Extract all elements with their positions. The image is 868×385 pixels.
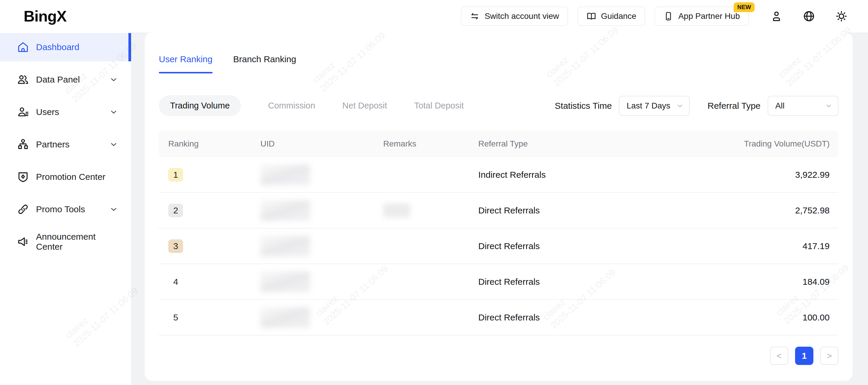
sidebar-item-label: Promo Tools bbox=[36, 204, 109, 214]
sidebar: Dashboard Data Panel Use bbox=[0, 32, 131, 385]
sidebar-item-dashboard[interactable]: Dashboard bbox=[0, 33, 131, 61]
referral-type-cell: Direct Referrals bbox=[469, 313, 684, 322]
chevron-down-icon bbox=[109, 108, 118, 116]
tab-label: User Ranking bbox=[159, 54, 213, 64]
pill-trading-volume[interactable]: Trading Volume bbox=[159, 95, 241, 116]
rank-number: 5 bbox=[168, 311, 183, 324]
pagination-next-button[interactable]: > bbox=[820, 347, 838, 365]
trading-volume-cell: 3,922.99 bbox=[684, 170, 838, 180]
column-header-uid: UID bbox=[251, 139, 374, 148]
statistics-time-select[interactable]: Last 7 Days bbox=[619, 96, 690, 116]
filter-row: Trading Volume Commission Net Deposit To… bbox=[159, 95, 838, 116]
sidebar-item-partners[interactable]: Partners bbox=[0, 130, 131, 159]
bingx-logo: BingX bbox=[24, 7, 66, 25]
sidebar-item-label: Users bbox=[36, 107, 109, 117]
referral-type-label: Referral Type bbox=[707, 101, 761, 111]
redacted-uid bbox=[260, 236, 310, 256]
active-tab-underline bbox=[159, 72, 213, 73]
table-row: 5 Direct Referrals 100.00 bbox=[159, 300, 838, 336]
referral-type-cell: Direct Referrals bbox=[469, 241, 684, 251]
referral-type-value: All bbox=[775, 101, 825, 110]
account-icon[interactable] bbox=[770, 10, 783, 23]
app-partner-hub-label: App Partner Hub bbox=[678, 11, 740, 21]
tab-branch-ranking[interactable]: Branch Ranking bbox=[233, 54, 296, 73]
redacted-uid bbox=[260, 200, 310, 221]
trading-volume-cell: 184.09 bbox=[684, 277, 838, 287]
switch-account-view-button[interactable]: Switch account view bbox=[461, 6, 568, 26]
swap-arrows-icon bbox=[470, 11, 480, 21]
content-card: User Ranking Branch Ranking Trading Volu… bbox=[145, 32, 852, 381]
table-header: Ranking UID Remarks Referral Type Tradin… bbox=[159, 131, 838, 157]
column-header-referral-type: Referral Type bbox=[469, 139, 684, 148]
sidebar-item-promo-tools[interactable]: Promo Tools bbox=[0, 195, 131, 223]
megaphone-icon bbox=[17, 235, 30, 248]
switch-account-view-label: Switch account view bbox=[485, 11, 559, 21]
pill-net-deposit[interactable]: Net Deposit bbox=[342, 95, 388, 116]
rank-badge: 3 bbox=[168, 239, 183, 253]
table-row: 4 Direct Referrals 184.09 bbox=[159, 264, 838, 300]
rank-badge: 2 bbox=[168, 204, 183, 217]
sidebar-item-announcement-center[interactable]: Announcement Center bbox=[0, 228, 131, 256]
pagination-page-1[interactable]: 1 bbox=[795, 347, 813, 365]
ranking-table: Ranking UID Remarks Referral Type Tradin… bbox=[159, 131, 838, 336]
chevron-down-icon bbox=[825, 102, 833, 110]
trading-volume-cell: 417.19 bbox=[684, 241, 838, 251]
sidebar-item-label: Promotion Center bbox=[36, 172, 118, 182]
phone-icon bbox=[663, 11, 674, 21]
partners-icon bbox=[17, 138, 30, 151]
home-icon bbox=[17, 41, 30, 54]
pagination-prev-button[interactable]: < bbox=[770, 347, 788, 365]
app-partner-hub-button[interactable]: App Partner Hub NEW bbox=[655, 6, 749, 26]
chevron-down-icon bbox=[109, 75, 118, 84]
sidebar-item-label: Data Panel bbox=[36, 75, 109, 84]
rank-badge: 1 bbox=[168, 168, 183, 182]
users-icon bbox=[17, 106, 30, 118]
table-row: 1 Indirect Referrals 3,922.99 bbox=[159, 157, 838, 193]
pill-total-deposit[interactable]: Total Deposit bbox=[414, 95, 464, 116]
theme-sun-icon[interactable] bbox=[835, 10, 848, 23]
referral-type-cell: Direct Referrals bbox=[469, 277, 684, 287]
guidance-button[interactable]: Guidance bbox=[578, 6, 645, 26]
sidebar-item-users[interactable]: Users bbox=[0, 98, 131, 126]
statistics-time-label: Statistics Time bbox=[555, 101, 612, 111]
link-icon bbox=[17, 203, 30, 216]
referral-type-cell: Indirect Referrals bbox=[469, 170, 684, 180]
tab-label: Branch Ranking bbox=[233, 54, 296, 64]
trading-volume-cell: 2,752.98 bbox=[684, 206, 838, 215]
guidance-label: Guidance bbox=[601, 11, 637, 21]
sidebar-item-label: Partners bbox=[36, 139, 109, 149]
pill-commission[interactable]: Commission bbox=[268, 95, 315, 116]
promotion-shield-icon bbox=[17, 170, 30, 183]
page-body: Dashboard Data Panel Use bbox=[0, 32, 868, 385]
statistics-time-value: Last 7 Days bbox=[626, 101, 676, 110]
redacted-uid bbox=[260, 307, 310, 328]
sidebar-item-data-panel[interactable]: Data Panel bbox=[0, 65, 131, 94]
sidebar-item-label: Dashboard bbox=[36, 42, 118, 52]
tab-user-ranking[interactable]: User Ranking bbox=[159, 54, 213, 73]
remarks-cell bbox=[374, 203, 469, 217]
globe-language-icon[interactable] bbox=[802, 10, 815, 23]
header-actions: Switch account view Guidance App Partner… bbox=[461, 6, 848, 26]
sidebar-item-label: Announcement Center bbox=[36, 232, 118, 252]
metric-pills: Trading Volume Commission Net Deposit To… bbox=[159, 95, 464, 116]
main-area: User Ranking Branch Ranking Trading Volu… bbox=[131, 32, 868, 385]
pagination: < 1 > bbox=[159, 347, 838, 365]
chevron-down-icon bbox=[676, 102, 684, 110]
referral-type-cell: Direct Referrals bbox=[469, 206, 684, 215]
dropdown-filters: Statistics Time Last 7 Days Referral Typ… bbox=[555, 96, 838, 116]
redacted-uid bbox=[260, 165, 310, 185]
rank-number: 4 bbox=[168, 275, 183, 289]
column-header-remarks: Remarks bbox=[374, 139, 469, 148]
table-row: 3 Direct Referrals 417.19 bbox=[159, 229, 838, 264]
chevron-down-icon bbox=[109, 205, 118, 214]
data-panel-icon bbox=[17, 73, 30, 86]
referral-type-select[interactable]: All bbox=[768, 96, 838, 116]
top-header: BingX Switch account view Guidance bbox=[0, 0, 868, 32]
trading-volume-cell: 100.00 bbox=[684, 313, 838, 322]
chevron-down-icon bbox=[109, 140, 118, 149]
sidebar-item-promotion-center[interactable]: Promotion Center bbox=[0, 163, 131, 191]
book-icon bbox=[586, 11, 596, 21]
table-row: 2 Direct Referrals 2,752.98 bbox=[159, 193, 838, 229]
column-header-trading-volume: Trading Volume(USDT) bbox=[684, 139, 838, 148]
header-icon-group bbox=[770, 10, 848, 23]
